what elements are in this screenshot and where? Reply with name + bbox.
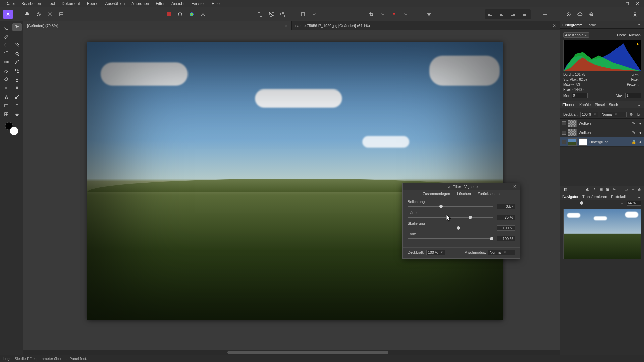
rectangle-tool-icon[interactable] xyxy=(2,102,11,109)
visibility-icon[interactable]: ● xyxy=(638,121,643,126)
layer-row[interactable]: Hintergrund 🔒 ● xyxy=(560,137,644,147)
menu-bearbeiten[interactable]: Bearbeiten xyxy=(18,1,44,7)
move-tool-icon[interactable] xyxy=(12,23,22,31)
crop-icon[interactable] xyxy=(367,10,376,19)
tab-layers[interactable]: Ebenen xyxy=(562,103,575,107)
foreground-color-swatch[interactable] xyxy=(10,127,18,135)
mesh-warp-tool-icon[interactable] xyxy=(2,111,11,118)
healing-tool-icon[interactable] xyxy=(2,84,11,92)
paint-brush-tool-icon[interactable] xyxy=(12,58,22,66)
menu-hilfe[interactable]: Hilfe xyxy=(208,1,223,7)
marquee-tool-icon[interactable] xyxy=(2,50,11,57)
window-maximize-button[interactable] xyxy=(623,1,632,7)
globe-icon[interactable] xyxy=(587,10,596,19)
align-justify-icon[interactable] xyxy=(520,10,529,19)
histogram-channel-select[interactable]: Alle Kanäle ▼ xyxy=(563,32,589,38)
dialog-close-icon[interactable]: ✕ xyxy=(513,184,518,189)
flood-fill-tool-icon[interactable] xyxy=(12,50,22,57)
color-swatches[interactable] xyxy=(5,122,18,135)
persona-export-icon[interactable] xyxy=(57,10,66,19)
align-right-icon[interactable] xyxy=(508,10,517,19)
tab-brushes[interactable]: Pinsel xyxy=(595,103,605,107)
smudge-tool-icon[interactable] xyxy=(12,76,22,83)
tab-channels[interactable]: Kanäle xyxy=(579,103,591,107)
histogram-scope-selection[interactable]: Auswahl xyxy=(629,33,641,37)
menu-dokument[interactable]: Dokument xyxy=(58,1,84,7)
navigator-zoom-slider[interactable] xyxy=(571,201,617,205)
text-tool-icon[interactable] xyxy=(12,102,22,109)
lock-icon[interactable]: 🔒 xyxy=(631,140,636,144)
align-left-icon[interactable] xyxy=(486,10,494,19)
menu-anordnen[interactable]: Anordnen xyxy=(128,1,152,7)
layer-row[interactable]: Wolken ✎ ● xyxy=(560,119,644,128)
zoom-in-icon[interactable]: ＋ xyxy=(619,200,625,206)
close-icon[interactable]: ✕ xyxy=(284,24,288,28)
hand-tool-icon[interactable] xyxy=(2,23,11,31)
auto-levels-icon[interactable] xyxy=(199,10,207,19)
dialog-blend-select[interactable]: Normal▼ xyxy=(488,250,515,255)
histogram-min-input[interactable] xyxy=(572,93,588,98)
erase-tool-icon[interactable] xyxy=(2,67,11,74)
histogram-scope-layer[interactable]: Ebene xyxy=(617,33,627,37)
navigator-thumbnail[interactable] xyxy=(563,209,641,259)
swatch-picker-icon[interactable] xyxy=(164,10,173,19)
param-slider-2[interactable] xyxy=(408,226,493,230)
tab-transform[interactable]: Transformieren xyxy=(582,195,607,199)
crop-ic[interactable]: ✂ xyxy=(612,187,617,192)
mask-icon[interactable]: ◧ xyxy=(562,187,568,192)
align-center-icon[interactable] xyxy=(497,10,506,19)
histogram-max-input[interactable] xyxy=(625,93,641,98)
selection-subtract-icon[interactable] xyxy=(267,10,276,19)
layer-checkbox[interactable] xyxy=(562,140,566,144)
crop-tool-icon[interactable] xyxy=(12,32,22,40)
menu-ansicht[interactable]: Ansicht xyxy=(168,1,188,7)
color-wheel-icon[interactable] xyxy=(187,10,196,19)
gear-icon[interactable]: ⚙ xyxy=(629,112,634,117)
dialog-delete-button[interactable]: Löschen xyxy=(457,192,471,196)
horizontal-scrollbar[interactable] xyxy=(23,350,560,355)
selection-new-icon[interactable] xyxy=(256,10,264,19)
zoom-out-icon[interactable]: − xyxy=(563,200,569,206)
document-tab[interactable]: nature-7595617_1920.jpg [Geändert] (64,1… xyxy=(292,21,560,30)
chevron-down-icon[interactable] xyxy=(310,10,319,19)
chevron-down-icon[interactable] xyxy=(401,10,410,19)
view-tool-icon[interactable] xyxy=(12,111,22,118)
dialog-reset-button[interactable]: Zurücksetzen xyxy=(478,192,500,196)
mask-circle-icon[interactable] xyxy=(176,10,184,19)
chevron-down-icon[interactable] xyxy=(378,10,387,19)
close-icon[interactable]: ✕ xyxy=(552,24,556,28)
param-slider-1[interactable] xyxy=(408,215,493,220)
edit-icon[interactable]: ✎ xyxy=(631,130,636,135)
persona-photo-icon[interactable] xyxy=(23,10,32,19)
flood-select-tool-icon[interactable] xyxy=(12,41,22,48)
color-picker-tool-icon[interactable] xyxy=(2,32,11,40)
live-filter-dialog[interactable]: Live-Filter - Vignette ✕ Zusammenlegen L… xyxy=(402,183,520,259)
panel-menu-icon[interactable]: ≡ xyxy=(637,103,642,107)
layer-row[interactable]: Wolken ✎ ● xyxy=(560,128,644,137)
edit-icon[interactable]: ✎ xyxy=(631,121,636,126)
menu-datei[interactable]: Datei xyxy=(2,1,18,7)
param-value-1[interactable] xyxy=(497,215,515,220)
visibility-icon[interactable]: ● xyxy=(638,140,643,144)
group-icon[interactable]: ▭ xyxy=(623,187,629,192)
layers-opacity-select[interactable]: 100 %▼ xyxy=(580,112,598,117)
tab-color[interactable]: Farbe xyxy=(586,23,596,27)
navigator-zoom-input[interactable] xyxy=(627,201,641,206)
adjustment-icon[interactable]: ◐ xyxy=(585,187,590,192)
layers-blend-select[interactable]: Normal▼ xyxy=(600,112,627,117)
persona-develop-icon[interactable] xyxy=(46,10,54,19)
stock-icon[interactable] xyxy=(564,10,573,19)
arrange-icon[interactable] xyxy=(541,10,549,19)
document-canvas[interactable] xyxy=(87,42,503,320)
menu-ebene[interactable]: Ebene xyxy=(84,1,102,7)
tab-history[interactable]: Protokoll xyxy=(611,195,626,199)
add-layer-icon[interactable]: ＋ xyxy=(630,187,635,192)
quickmask-icon[interactable] xyxy=(299,10,307,19)
dodge-tool-icon[interactable] xyxy=(2,76,11,83)
node-tool-icon[interactable] xyxy=(12,93,22,101)
window-close-button[interactable] xyxy=(633,1,642,7)
menu-text[interactable]: Text xyxy=(44,1,58,7)
clone-tool-icon[interactable] xyxy=(12,67,22,74)
param-value-2[interactable] xyxy=(497,225,515,231)
fx-icon[interactable]: ƒ xyxy=(592,187,597,192)
